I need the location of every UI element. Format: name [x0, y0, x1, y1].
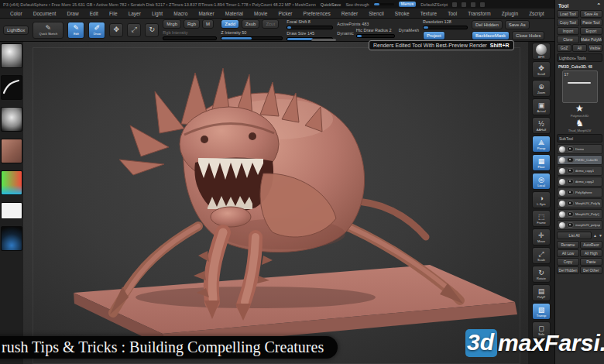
paste-subtool-button[interactable]: Paste — [580, 258, 602, 266]
move-mode-button[interactable]: ✥ — [109, 23, 123, 37]
subtool-up-arrow-icon[interactable]: ▲ — [593, 234, 597, 238]
subtool-row[interactable]: PM3D_Cube3D — [557, 155, 602, 165]
resolution-slider[interactable] — [423, 26, 468, 29]
see-through-slider[interactable] — [374, 3, 394, 5]
menu-item[interactable]: Macro — [173, 11, 187, 16]
copy-subtool-button[interactable]: Copy — [557, 258, 579, 266]
goz-all-button[interactable]: All — [572, 44, 587, 52]
goz-button[interactable]: GoZ — [557, 44, 571, 52]
frame-icon[interactable]: ⬚ Frame — [532, 210, 551, 227]
menu-item[interactable]: Render — [341, 11, 358, 16]
backface-mask-button[interactable]: BackfaceMask — [472, 31, 510, 40]
make-polymesh-button[interactable]: Make PolyMe — [580, 36, 602, 43]
visibility-eye-icon[interactable] — [567, 157, 574, 163]
visibility-eye-icon[interactable] — [567, 146, 574, 152]
menu-item[interactable]: Document — [33, 11, 57, 16]
rename-button[interactable]: Rename — [557, 241, 579, 249]
perspective-icon[interactable]: ⟁ Persp — [532, 136, 551, 153]
menu-item[interactable]: Color — [10, 11, 22, 16]
lsym-icon[interactable]: ◑ L.Sym — [532, 191, 551, 208]
alpha-thumbnail[interactable] — [1, 107, 22, 132]
del-hidden-button[interactable]: Del Hidden — [557, 266, 579, 274]
save-as-button[interactable]: Save As — [505, 20, 530, 29]
menu-item[interactable]: Tool — [448, 11, 457, 16]
aahalf-icon[interactable]: ½ AAHalf — [532, 117, 551, 134]
visibility-eye-icon[interactable] — [567, 222, 574, 228]
menu-item[interactable]: Stroke — [395, 11, 410, 16]
menu-item[interactable]: Draw — [67, 11, 78, 16]
menu-item[interactable]: Stencil — [369, 11, 384, 16]
copy-tool-button[interactable]: Copy Tool — [557, 19, 579, 26]
focal-shift-slider[interactable] — [287, 26, 333, 29]
visibility-eye-icon[interactable] — [567, 190, 574, 195]
subtool-row[interactable]: MorphUV_PolySp — [557, 198, 602, 208]
preview-slider[interactable] — [568, 82, 591, 84]
texture-thumbnail[interactable] — [1, 139, 22, 163]
rgb-button[interactable]: Rgb — [184, 19, 200, 29]
menu-item[interactable]: Zplugin — [502, 11, 518, 16]
color-picker[interactable] — [1, 170, 22, 195]
scale-mode-button[interactable]: ⤢ — [127, 23, 141, 37]
m-button[interactable]: M — [202, 19, 214, 29]
subtool-row[interactable]: Demo — [557, 144, 602, 154]
load-tool-button[interactable]: Load Tool — [557, 10, 579, 18]
actual-size-icon[interactable]: ▣ Actual — [532, 98, 551, 115]
collapse-chevron-icon[interactable]: ⌃ — [597, 2, 601, 9]
subtool-row[interactable]: morphUV_polysphere — [557, 220, 602, 230]
zadd-button[interactable]: Zadd — [221, 19, 239, 29]
project-button[interactable]: Project — [423, 31, 445, 40]
move-icon[interactable]: ✛ Move — [532, 228, 551, 246]
rotate-mode-button[interactable]: ↻ — [145, 23, 159, 37]
visibility-eye-icon[interactable] — [567, 168, 574, 173]
del-other-button[interactable]: Del Other — [580, 266, 602, 274]
quick-sketch-button[interactable]: ✎ Quick Sketch — [33, 22, 63, 39]
menu-item[interactable]: Transform — [468, 11, 490, 16]
import-button[interactable]: Import — [557, 27, 579, 35]
close-holes-button[interactable]: Close Holes — [512, 31, 544, 40]
subtool-row[interactable]: demo_copy2 — [557, 177, 602, 187]
zcut-button[interactable]: Zcut — [262, 19, 279, 29]
subtool-section-header[interactable]: SubTool — [557, 134, 602, 143]
morphuv-tool[interactable]: ♞ Thud_MorphUV — [557, 118, 602, 132]
visibility-eye-icon[interactable] — [567, 179, 574, 184]
list-all-button[interactable]: List All — [557, 232, 592, 239]
menu-item[interactable]: Layer — [129, 11, 141, 16]
autoreorder-button[interactable]: AutoReor — [580, 241, 602, 249]
export-button[interactable]: Export — [580, 27, 602, 35]
menu-item[interactable]: Movie — [254, 11, 267, 16]
menu-item[interactable]: Material — [225, 11, 243, 16]
del-hidden-button[interactable]: Del Hidden — [472, 20, 503, 29]
mrgb-button[interactable]: Mrgb — [163, 19, 181, 29]
polyframe-icon[interactable]: ▤ PolyF — [532, 284, 551, 301]
local-pivot-icon[interactable]: ◎ Local — [532, 173, 551, 190]
note-icon[interactable] — [471, 2, 475, 7]
all-high-button[interactable]: All High — [580, 249, 602, 257]
document-canvas[interactable] — [23, 42, 528, 364]
material-thumbnail[interactable] — [1, 226, 22, 251]
main-color-swatch[interactable] — [1, 202, 22, 219]
menus-button[interactable]: Menus — [399, 2, 417, 7]
menu-item[interactable]: Preferences — [304, 11, 331, 16]
help-icon[interactable] — [480, 2, 485, 7]
scale-icon[interactable]: ⤢ Scale — [532, 247, 551, 264]
edit-mode-button[interactable]: ✎ Edit — [67, 22, 84, 39]
rotate-icon[interactable]: ↻ Rotate — [532, 266, 551, 283]
visibility-eye-icon[interactable] — [567, 211, 574, 217]
clone-button[interactable]: Clone — [557, 36, 579, 43]
dynamic-toggle[interactable]: Dynamic — [337, 31, 353, 36]
subtool-row[interactable]: demo_copy1 — [557, 166, 602, 176]
play-zscript-icon[interactable] — [452, 2, 457, 7]
menu-item[interactable]: Zscript — [529, 11, 544, 16]
transparency-icon[interactable]: ▧ Transp — [532, 303, 551, 320]
all-low-button[interactable]: All Low — [557, 249, 579, 257]
visibility-eye-icon[interactable] — [567, 201, 574, 206]
menu-item[interactable]: Texture — [420, 11, 437, 16]
subtool-row[interactable]: PolySphere — [557, 187, 602, 197]
quicksave-button[interactable]: QuickSave — [321, 2, 341, 7]
polymesh3d-tool[interactable]: ★ Polymesh3D — [557, 104, 602, 118]
shelf-scrollbar[interactable] — [311, 39, 336, 41]
stroke-type-thumbnail[interactable] — [1, 75, 22, 100]
floor-grid-icon[interactable]: ▦ Floor — [532, 154, 551, 171]
subtool-row[interactable]: MorphUV_PolyQ — [557, 209, 602, 219]
lightbox-tools-bar[interactable]: Lightbox» Tools — [557, 53, 602, 62]
